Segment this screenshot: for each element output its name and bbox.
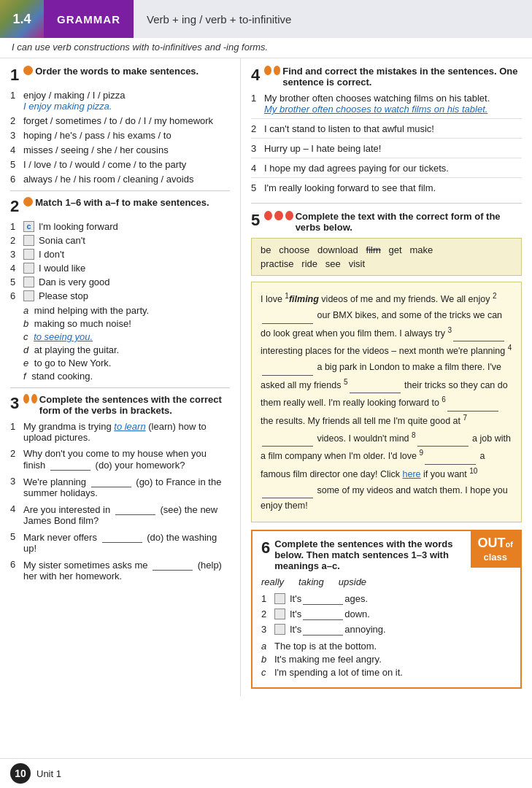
section-3-dot2: [31, 394, 37, 403]
left-column: 1 Order the words to make sentences. 1 e…: [0, 58, 241, 696]
section-3-dot1: [23, 394, 29, 403]
section-5-number: 5: [251, 211, 260, 230]
checkbox[interactable]: [23, 235, 34, 246]
section-3-title: Complete the sentences with the correct …: [39, 394, 230, 416]
section-4-dot2: [274, 66, 281, 75]
list-item: 2 I can't stand to listen to that awful …: [251, 123, 522, 139]
divider: [10, 387, 230, 388]
section-5-header: 5 Complete the text with the correct for…: [251, 211, 522, 233]
list-item: 2 Why don't you come to my house when yo…: [10, 448, 230, 471]
section-5-dot2: [274, 211, 282, 220]
section-5: 5 Complete the text with the correct for…: [251, 211, 522, 522]
checkbox[interactable]: [23, 277, 34, 287]
section-5-dot1: [264, 211, 272, 220]
main-content: 1 Order the words to make sentences. 1 e…: [0, 58, 532, 696]
list-item: b making so much noise!: [23, 318, 230, 329]
section-4: 4 Find and correct the mistakes in the s…: [251, 66, 522, 204]
list-item: 3 hoping / he's / pass / his exams / to: [10, 130, 230, 141]
list-item: 1 My grandma is trying to learn (learn) …: [10, 421, 230, 443]
page-number: 10: [10, 763, 31, 784]
list-item: 5 Dan is very good: [10, 277, 230, 287]
section-4-title: Find and correct the mistakes in the sen…: [282, 66, 522, 88]
list-item: 2 It's down.: [261, 609, 512, 620]
section-6-word-bank: really taking upside: [261, 576, 512, 587]
list-item: 6 always / he / his room / cleaning / av…: [10, 174, 230, 185]
section-6-title: Complete the sentences with the words be…: [274, 538, 453, 571]
list-item: 2 Sonia can't: [10, 235, 230, 246]
section-2-dot: [23, 197, 33, 206]
footer: 10 Unit 1: [0, 758, 532, 788]
list-item: c I'm spending a lot of time on it.: [261, 667, 512, 678]
section-2-title: Match 1–6 with a–f to make sentences.: [35, 197, 209, 208]
list-item: a mind helping with the party.: [23, 305, 230, 316]
list-item: d at playing the guitar.: [23, 344, 230, 355]
section-1-number: 1: [10, 66, 19, 85]
right-column: 4 Find and correct the mistakes in the s…: [241, 58, 532, 696]
checkbox[interactable]: c: [23, 221, 34, 232]
list-item: 2 forget / sometimes / to / do / I / my …: [10, 115, 230, 126]
list-item: 1 c I'm looking forward: [10, 221, 230, 232]
section-2-header: 2 Match 1–6 with a–f to make sentences.: [10, 197, 230, 216]
answer-1: I enjoy making pizza.: [23, 101, 112, 112]
section-5-text-box: I love 1filming videos of me and my frie…: [251, 282, 522, 522]
section-3: 3 Complete the sentences with the correc…: [10, 394, 230, 582]
list-item: 3 It's annoying.: [261, 624, 512, 636]
list-item: c to seeing you.: [23, 331, 230, 342]
list-item: a The top is at the bottom.: [261, 641, 512, 652]
divider: [251, 203, 522, 204]
section-2-number: 2: [10, 197, 19, 216]
unit-label: 1.4: [12, 12, 31, 27]
list-item: f stand cooking.: [23, 371, 230, 382]
section-5-title: Complete the text with the correct form …: [296, 211, 522, 233]
section-4-dot1: [264, 66, 271, 75]
list-item: 5 I'm really looking forward to see that…: [251, 182, 522, 197]
list-item: 1 enjoy / making / I / pizza I enjoy mak…: [10, 90, 230, 112]
section-3-list: 1 My grandma is trying to learn (learn) …: [10, 421, 230, 582]
checkbox[interactable]: [23, 249, 34, 260]
page-title: Verb + ing / verb + to-infinitive: [134, 0, 532, 38]
here-link[interactable]: here: [403, 469, 421, 479]
section-4-number: 4: [251, 66, 260, 85]
section-4-list: 1 My brother often chooses watching film…: [251, 93, 522, 197]
section-1-header: 1 Order the words to make sentences.: [10, 66, 230, 85]
checkbox[interactable]: [23, 290, 34, 301]
section-1-list: 1 enjoy / making / I / pizza I enjoy mak…: [10, 90, 230, 185]
match-letter-list: a mind helping with the party. b making …: [23, 305, 230, 382]
list-item: 3 Hurry up – I hate being late!: [251, 143, 522, 158]
section-5-dot3: [285, 211, 293, 220]
list-item: 3 I don't: [10, 249, 230, 260]
section-3-header: 3 Complete the sentences with the correc…: [10, 394, 230, 416]
section-2: 2 Match 1–6 with a–f to make sentences. …: [10, 197, 230, 388]
checkbox[interactable]: [274, 624, 285, 635]
subtitle: I can use verb constructions with to-inf…: [0, 38, 532, 58]
section-6: OUTofclass 6 Complete the sentences with…: [251, 530, 522, 689]
section-3-number: 3: [10, 394, 19, 413]
unit-label: Unit 1: [36, 768, 61, 779]
section-6-meanings: a The top is at the bottom. b It's makin…: [261, 641, 512, 678]
list-item: 4 misses / seeing / she / her cousins: [10, 144, 230, 155]
list-item: 4 I hope my dad agrees paying for our ti…: [251, 163, 522, 178]
section-6-number: 6: [261, 538, 270, 557]
list-item: e to go to New York.: [23, 358, 230, 368]
section-1: 1 Order the words to make sentences. 1 e…: [10, 66, 230, 191]
checkbox[interactable]: [274, 593, 285, 604]
section-4-header: 4 Find and correct the mistakes in the s…: [251, 66, 522, 88]
list-item: 3 We're planning (go) to France in the s…: [10, 476, 230, 498]
list-item: 5 I / love / to / would / come / to the …: [10, 159, 230, 170]
checkbox[interactable]: [23, 263, 34, 274]
unit-number: 1.4: [0, 0, 44, 38]
section-6-items: 1 It's ages. 2 It's down. 3 It's annoyin…: [261, 593, 512, 636]
header: 1.4 GRAMMAR Verb + ing / verb + to-infin…: [0, 0, 532, 38]
section-1-dot: [23, 66, 33, 75]
list-item: 6 My sister sometimes asks me (help) her…: [10, 559, 230, 582]
section-1-title: Order the words to make sentences.: [35, 66, 198, 77]
divider: [10, 190, 230, 191]
out-of-class-badge: OUTofclass: [471, 531, 520, 568]
list-item: b It's making me feel angry.: [261, 654, 512, 665]
checkbox[interactable]: [274, 609, 285, 619]
section-5-word-bank: be choose download film get make practis…: [251, 238, 522, 276]
list-item: 1 It's ages.: [261, 593, 512, 605]
match-numbered-list: 1 c I'm looking forward 2 Sonia can't 3 …: [10, 221, 230, 301]
grammar-label: GRAMMAR: [44, 0, 134, 38]
list-item: 1 My brother often chooses watching film…: [251, 93, 522, 119]
